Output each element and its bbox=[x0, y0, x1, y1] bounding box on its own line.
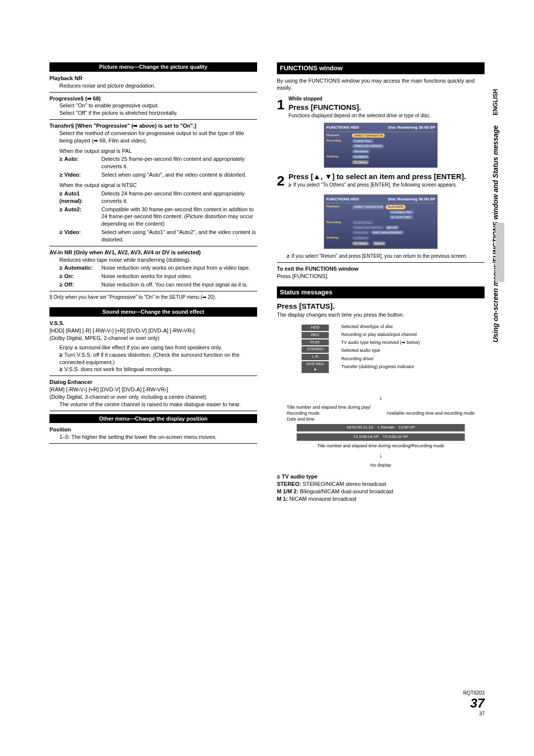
osd1-dubbing-button[interactable]: DUBBING bbox=[352, 155, 369, 159]
osd2-direct-navigator-button[interactable]: DIRECT NAVIGATOR bbox=[352, 205, 385, 209]
ntsc-video-val: Select when using "Auto1" and "Auto2", a… bbox=[101, 229, 257, 243]
status-lab2: Recording or play status/input channel bbox=[341, 331, 485, 337]
osd2-setup-button[interactable]: SETUP bbox=[385, 226, 399, 230]
osd1-guide-plus-button[interactable]: GUIDE Plus+ bbox=[352, 139, 374, 143]
transfer-title: Transfer§ [When "Progressive" (➡ above) … bbox=[49, 122, 257, 130]
vss-b2: Turn V.S.S. off if it causes distortion.… bbox=[49, 351, 257, 366]
functions-window-title: FUNCTIONS window bbox=[277, 62, 485, 74]
status-box-lr: L R bbox=[302, 354, 329, 360]
separator bbox=[49, 92, 257, 93]
osd-functions-1: FUNCTIONS HDDDisc Remaining 30:00 SP Pla… bbox=[324, 123, 438, 167]
osd2-flexible-rec-button[interactable]: FLEXIBLE REC bbox=[389, 210, 414, 214]
status-lab3b: Selected audio type bbox=[341, 347, 485, 353]
avin-nr-title: AV-in NR (Only when AV1, AV2, AV3, AV4 o… bbox=[49, 249, 257, 256]
osd-functions-2: FUNCTIONS HDDDisc Remaining 30:00 SP Pla… bbox=[324, 194, 438, 249]
progressive-line1: Select "On" to enable progressive output… bbox=[49, 102, 257, 109]
osd2-dv-auto-rec-button[interactable]: DV AUTO REC bbox=[389, 215, 413, 219]
vss-sub: (Dolby Digital, MPEG, 2-channel or over … bbox=[49, 334, 257, 342]
progressive-line2: Select "Off" if the picture is stretched… bbox=[49, 109, 257, 117]
other-menu-title: Other menu—Change the display position bbox=[49, 414, 257, 424]
ntsc-heading: When the output signal is NTSC bbox=[49, 182, 257, 189]
progressive-footnote: § Only when you have set "Progressive" t… bbox=[49, 294, 257, 301]
status-lab1: Selected drive/type of disc bbox=[341, 324, 485, 330]
status-box-hdd: HDD bbox=[302, 325, 329, 331]
vss-title: V.S.S. bbox=[49, 320, 257, 327]
separator bbox=[49, 376, 257, 376]
dialog-sub: (Dolby Digital, 3-channel or over only, … bbox=[49, 393, 257, 401]
avin-on-val: Noise reduction works for input video. bbox=[101, 273, 257, 280]
osd1-title: FUNCTIONS bbox=[326, 125, 350, 130]
vss-formats: [HDD] [RAM] [-R] [-RW‹V›] [+R] [DVD-V] [… bbox=[49, 327, 257, 334]
playback-nr-desc: Reduces noise and picture degradation. bbox=[49, 82, 257, 90]
osd1-showview-button[interactable]: ShowView bbox=[352, 149, 370, 153]
osd2-drive: HDD bbox=[351, 197, 359, 201]
separator bbox=[49, 443, 257, 444]
status-bar1a: 18:53:50 11.10. bbox=[347, 425, 374, 430]
status-diagram: HDD REC PLAY STEREO L R DVD REC ● Select… bbox=[277, 324, 485, 388]
status-nodisp: No display bbox=[277, 462, 485, 468]
osd2-timer-rec-button[interactable]: TIMER RECORDING bbox=[352, 226, 384, 230]
arrow-down-icon: ↓ bbox=[277, 451, 485, 460]
osd1-recording-label: Recording bbox=[326, 139, 349, 153]
avin-auto-key: Automatic: bbox=[59, 264, 101, 272]
step-1-number: 1 bbox=[277, 95, 285, 114]
status-intro: The display changes each time you press … bbox=[277, 311, 485, 319]
separator bbox=[49, 411, 257, 411]
osd1-timer-rec-button[interactable]: TIMER RECORDING bbox=[352, 144, 384, 148]
status-boxes: HDD REC PLAY STEREO L R DVD REC ● bbox=[302, 324, 329, 374]
progressive-title: Progressive§ (➡ 68) bbox=[49, 95, 257, 102]
doc-code: RQT8203 bbox=[463, 690, 485, 696]
status-mid2: Recording mode bbox=[287, 410, 319, 416]
step-2-number: 2 bbox=[277, 172, 285, 190]
osd1-drive: HDD bbox=[351, 125, 359, 130]
step-1-note: Functions displayed depend on the select… bbox=[289, 112, 485, 119]
page-number-big: 37 bbox=[463, 696, 485, 711]
position-title: Position bbox=[49, 426, 257, 433]
status-box-rec: REC bbox=[302, 332, 329, 338]
osd1-direct-navigator-button[interactable]: DIRECT NAVIGATOR bbox=[352, 134, 385, 138]
osd1-remaining: Disc Remaining 30:00 SP bbox=[388, 125, 435, 131]
pal-auto-key: Auto: bbox=[59, 155, 101, 170]
arrow-down-icon: ↓ bbox=[277, 393, 485, 402]
osd2-showview-button[interactable]: ShowView bbox=[352, 231, 370, 235]
vss-b1: Enjoy a surround-like effect if you are … bbox=[49, 344, 257, 351]
tv-audio-m1-key: M 1: bbox=[277, 496, 288, 502]
step-1-label: While stopped bbox=[289, 95, 485, 102]
status-lab4: Recording drive/ bbox=[341, 356, 485, 362]
separator bbox=[49, 119, 257, 120]
dialog-title: Dialog Enhancer bbox=[49, 378, 257, 386]
tv-audio-stereo: STEREO/NICAM stereo broadcast bbox=[303, 481, 386, 487]
status-mid4: Date and time bbox=[287, 416, 475, 422]
separator bbox=[277, 262, 485, 263]
avin-auto-val: Noise reduction only works on picture in… bbox=[101, 264, 257, 272]
avin-off-val: Noise reduction is off. You can record t… bbox=[101, 281, 257, 288]
sound-menu-title: Sound menu—Change the sound effect bbox=[49, 307, 257, 317]
status-bar-2: T1 0:05.14 XP T2 0:00.10 XP bbox=[297, 433, 465, 441]
avin-on-key: On: bbox=[59, 273, 101, 280]
step-1: 1 While stopped Press [FUNCTIONS]. Funct… bbox=[277, 95, 485, 119]
step-2: 2 Press [▲, ▼] to select an item and pre… bbox=[277, 172, 485, 190]
osd2-dubbing-button[interactable]: DUBBING bbox=[352, 236, 369, 240]
status-mid1: Title number and elapsed time during pla… bbox=[287, 404, 475, 410]
tv-audio-m1: NICAM monaural broadcast bbox=[289, 496, 356, 502]
status-bar2b: T2 0:00.10 XP bbox=[383, 434, 408, 440]
osd1-to-others-button[interactable]: To Others bbox=[352, 160, 369, 164]
osd2-disc-mgmt-button[interactable]: DISC MANAGEMENT bbox=[371, 231, 404, 235]
exit-title: To exit the FUNCTIONS window bbox=[277, 265, 485, 273]
step-2-action: Press [▲, ▼] to select an item and press… bbox=[289, 172, 485, 182]
status-bottom1: Title number and elapsed time during rec… bbox=[277, 443, 485, 449]
status-bar1c: 13:50 XP bbox=[399, 425, 415, 430]
press-status: Press [STATUS]. bbox=[277, 301, 485, 311]
osd2-guide-plus-button[interactable]: GUIDE Plus+ bbox=[352, 221, 374, 225]
sidebar-language: ENGLISH bbox=[492, 89, 499, 115]
tv-audio-m1m2: Bilingual/NICAM dual-sound broadcast bbox=[300, 488, 393, 494]
page-number-small: 37 bbox=[463, 711, 485, 716]
functions-intro: By using the FUNCTIONS window you may ac… bbox=[277, 77, 485, 92]
exit-desc: Press [FUNCTIONS]. bbox=[277, 273, 485, 280]
osd2-return-button[interactable]: Return bbox=[373, 241, 386, 245]
step-2-b2: If you select "Return" and press [ENTER]… bbox=[277, 253, 485, 260]
osd2-playlists-button[interactable]: PLAYLISTS bbox=[386, 205, 405, 209]
osd2-to-others-button[interactable]: To Others bbox=[352, 241, 369, 245]
status-messages-title: Status messages bbox=[277, 286, 485, 298]
osd2-remaining: Disc Remaining 30:00 SP bbox=[388, 197, 435, 202]
